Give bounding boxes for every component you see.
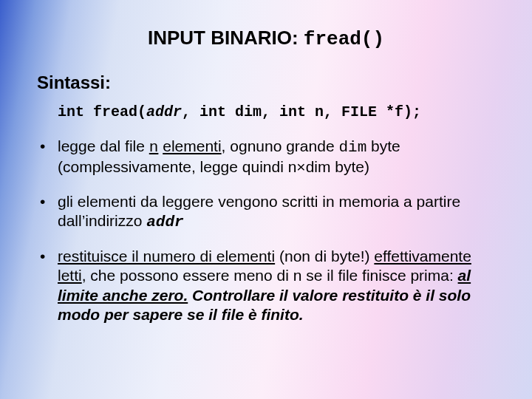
title-prefix: INPUT BINARIO:: [148, 27, 304, 49]
b1-dim: dim: [338, 139, 366, 156]
b2-addr: addr: [146, 214, 183, 231]
sig-part-2: , int dim, int n, FILE *f);: [182, 103, 421, 120]
b1-elementi: elementi: [163, 137, 221, 154]
slide: INPUT BINARIO: fread() Sintassi: int fre…: [0, 0, 532, 399]
b1-n: n: [149, 139, 159, 156]
bullet-1: legge dal file n elementi, ognuno grande…: [37, 137, 495, 177]
b1-t1: legge dal file: [58, 137, 149, 154]
sig-addr: addr: [146, 103, 182, 120]
sig-part-1: int fread(: [58, 103, 146, 120]
title-func: fread(): [304, 28, 384, 50]
b2-t1: gli elementi da leggere vengono scritti …: [58, 193, 460, 229]
b1-t2: , ognuno grande: [222, 137, 339, 154]
b3-u1: restituisce il numero di elementi: [58, 248, 275, 265]
bullet-3: restituisce il numero di elementi (non d…: [37, 247, 495, 324]
b3-t1: (non di byte!): [275, 248, 374, 265]
bullet-list: legge dal file n elementi, ognuno grande…: [37, 137, 495, 324]
slide-title: INPUT BINARIO: fread(): [37, 27, 495, 50]
subheading: Sintassi:: [37, 72, 495, 93]
b1-times: ×: [296, 158, 305, 175]
b1-t4: dim byte): [306, 158, 369, 175]
function-signature: int fread(addr, int dim, int n, FILE *f)…: [58, 103, 495, 120]
bullet-2: gli elementi da leggere vengono scritti …: [37, 192, 495, 233]
b3-t2: , che possono essere meno di n se il fil…: [82, 267, 458, 284]
